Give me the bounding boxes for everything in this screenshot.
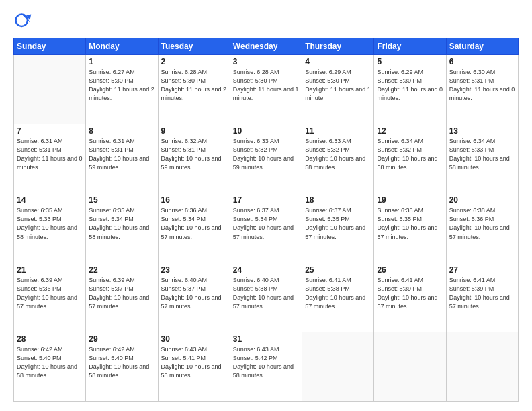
- calendar-cell: [446, 332, 518, 401]
- day-info: Sunrise: 6:37 AMSunset: 5:35 PMDaylight:…: [305, 206, 371, 241]
- calendar-cell: 9Sunrise: 6:32 AMSunset: 5:31 PMDaylight…: [158, 124, 230, 193]
- day-info: Sunrise: 6:41 AMSunset: 5:39 PMDaylight:…: [377, 276, 443, 311]
- day-info: Sunrise: 6:28 AMSunset: 5:30 PMDaylight:…: [233, 68, 299, 103]
- weekday-header: Friday: [374, 38, 446, 55]
- day-info: Sunrise: 6:42 AMSunset: 5:40 PMDaylight:…: [17, 345, 83, 380]
- weekday-header: Wednesday: [230, 38, 302, 55]
- day-info: Sunrise: 6:39 AMSunset: 5:37 PMDaylight:…: [89, 276, 154, 311]
- day-info: Sunrise: 6:36 AMSunset: 5:34 PMDaylight:…: [161, 206, 227, 241]
- logo-icon: [13, 12, 32, 31]
- calendar-cell: [302, 332, 374, 401]
- day-number: 27: [449, 265, 515, 275]
- calendar-cell: 7Sunrise: 6:31 AMSunset: 5:31 PMDaylight…: [14, 124, 86, 193]
- calendar-cell: [374, 332, 446, 401]
- day-number: 23: [161, 265, 227, 275]
- calendar-cell: 17Sunrise: 6:37 AMSunset: 5:34 PMDayligh…: [230, 193, 302, 263]
- day-info: Sunrise: 6:33 AMSunset: 5:32 PMDaylight:…: [305, 137, 371, 172]
- day-info: Sunrise: 6:27 AMSunset: 5:30 PMDaylight:…: [89, 68, 154, 103]
- calendar-cell: 16Sunrise: 6:36 AMSunset: 5:34 PMDayligh…: [158, 193, 230, 263]
- day-number: 26: [377, 265, 443, 275]
- calendar-cell: 11Sunrise: 6:33 AMSunset: 5:32 PMDayligh…: [302, 124, 374, 193]
- calendar-header-row: SundayMondayTuesdayWednesdayThursdayFrid…: [14, 38, 519, 55]
- calendar-row: 7Sunrise: 6:31 AMSunset: 5:31 PMDaylight…: [14, 124, 519, 193]
- calendar-cell: 23Sunrise: 6:40 AMSunset: 5:37 PMDayligh…: [158, 263, 230, 332]
- calendar-cell: 24Sunrise: 6:40 AMSunset: 5:38 PMDayligh…: [230, 263, 302, 332]
- calendar-row: 1Sunrise: 6:27 AMSunset: 5:30 PMDaylight…: [14, 55, 519, 124]
- logo: [13, 12, 36, 31]
- day-info: Sunrise: 6:29 AMSunset: 5:30 PMDaylight:…: [305, 68, 371, 103]
- day-number: 11: [305, 126, 371, 136]
- day-number: 30: [161, 334, 227, 344]
- calendar-cell: 3Sunrise: 6:28 AMSunset: 5:30 PMDaylight…: [230, 55, 302, 124]
- calendar-cell: 15Sunrise: 6:35 AMSunset: 5:34 PMDayligh…: [86, 193, 158, 263]
- calendar-row: 14Sunrise: 6:35 AMSunset: 5:33 PMDayligh…: [14, 193, 519, 263]
- calendar-cell: 5Sunrise: 6:29 AMSunset: 5:30 PMDaylight…: [374, 55, 446, 124]
- day-number: 8: [89, 126, 154, 136]
- day-info: Sunrise: 6:32 AMSunset: 5:31 PMDaylight:…: [161, 137, 227, 172]
- calendar-cell: 22Sunrise: 6:39 AMSunset: 5:37 PMDayligh…: [86, 263, 158, 332]
- calendar-cell: 25Sunrise: 6:41 AMSunset: 5:38 PMDayligh…: [302, 263, 374, 332]
- day-number: 13: [449, 126, 515, 136]
- weekday-header: Sunday: [14, 38, 86, 55]
- calendar-cell: 20Sunrise: 6:38 AMSunset: 5:36 PMDayligh…: [446, 193, 518, 263]
- header: [13, 12, 519, 31]
- day-number: 7: [17, 126, 83, 136]
- day-info: Sunrise: 6:33 AMSunset: 5:32 PMDaylight:…: [233, 137, 299, 172]
- calendar-cell: 29Sunrise: 6:42 AMSunset: 5:40 PMDayligh…: [86, 332, 158, 401]
- day-number: 10: [233, 126, 299, 136]
- weekday-header: Saturday: [446, 38, 518, 55]
- day-number: 6: [449, 57, 515, 66]
- day-number: 1: [89, 57, 154, 66]
- calendar-cell: 12Sunrise: 6:34 AMSunset: 5:32 PMDayligh…: [374, 124, 446, 193]
- day-number: 31: [233, 334, 299, 344]
- calendar-cell: 31Sunrise: 6:43 AMSunset: 5:42 PMDayligh…: [230, 332, 302, 401]
- day-info: Sunrise: 6:41 AMSunset: 5:38 PMDaylight:…: [305, 276, 371, 311]
- weekday-header: Thursday: [302, 38, 374, 55]
- day-number: 29: [89, 334, 154, 344]
- day-info: Sunrise: 6:40 AMSunset: 5:38 PMDaylight:…: [233, 276, 299, 311]
- day-info: Sunrise: 6:43 AMSunset: 5:41 PMDaylight:…: [161, 345, 227, 380]
- weekday-header: Monday: [86, 38, 158, 55]
- day-number: 18: [305, 195, 371, 205]
- day-number: 9: [161, 126, 227, 136]
- calendar-cell: 28Sunrise: 6:42 AMSunset: 5:40 PMDayligh…: [14, 332, 86, 401]
- day-info: Sunrise: 6:31 AMSunset: 5:31 PMDaylight:…: [17, 137, 83, 172]
- day-info: Sunrise: 6:35 AMSunset: 5:34 PMDaylight:…: [89, 206, 154, 241]
- day-number: 19: [377, 195, 443, 205]
- calendar-cell: 26Sunrise: 6:41 AMSunset: 5:39 PMDayligh…: [374, 263, 446, 332]
- day-info: Sunrise: 6:43 AMSunset: 5:42 PMDaylight:…: [233, 345, 299, 380]
- day-info: Sunrise: 6:40 AMSunset: 5:37 PMDaylight:…: [161, 276, 227, 311]
- day-number: 28: [17, 334, 83, 344]
- day-info: Sunrise: 6:41 AMSunset: 5:39 PMDaylight:…: [449, 276, 515, 311]
- calendar-cell: 19Sunrise: 6:38 AMSunset: 5:35 PMDayligh…: [374, 193, 446, 263]
- day-number: 15: [89, 195, 154, 205]
- calendar-table: SundayMondayTuesdayWednesdayThursdayFrid…: [13, 38, 519, 402]
- calendar-cell: 14Sunrise: 6:35 AMSunset: 5:33 PMDayligh…: [14, 193, 86, 263]
- day-number: 16: [161, 195, 227, 205]
- calendar-cell: 21Sunrise: 6:39 AMSunset: 5:36 PMDayligh…: [14, 263, 86, 332]
- day-info: Sunrise: 6:42 AMSunset: 5:40 PMDaylight:…: [89, 345, 154, 380]
- calendar-cell: 18Sunrise: 6:37 AMSunset: 5:35 PMDayligh…: [302, 193, 374, 263]
- day-info: Sunrise: 6:30 AMSunset: 5:31 PMDaylight:…: [449, 68, 515, 103]
- page: SundayMondayTuesdayWednesdayThursdayFrid…: [0, 0, 532, 411]
- day-number: 14: [17, 195, 83, 205]
- day-info: Sunrise: 6:31 AMSunset: 5:31 PMDaylight:…: [89, 137, 154, 172]
- day-info: Sunrise: 6:29 AMSunset: 5:30 PMDaylight:…: [377, 68, 443, 103]
- day-info: Sunrise: 6:39 AMSunset: 5:36 PMDaylight:…: [17, 276, 83, 311]
- day-info: Sunrise: 6:38 AMSunset: 5:35 PMDaylight:…: [377, 206, 443, 241]
- day-number: 12: [377, 126, 443, 136]
- day-info: Sunrise: 6:34 AMSunset: 5:33 PMDaylight:…: [449, 137, 515, 172]
- day-number: 2: [161, 57, 227, 66]
- day-info: Sunrise: 6:28 AMSunset: 5:30 PMDaylight:…: [161, 68, 227, 103]
- day-number: 17: [233, 195, 299, 205]
- day-info: Sunrise: 6:35 AMSunset: 5:33 PMDaylight:…: [17, 206, 83, 241]
- day-number: 21: [17, 265, 83, 275]
- calendar-cell: 6Sunrise: 6:30 AMSunset: 5:31 PMDaylight…: [446, 55, 518, 124]
- day-info: Sunrise: 6:37 AMSunset: 5:34 PMDaylight:…: [233, 206, 299, 241]
- calendar-cell: 13Sunrise: 6:34 AMSunset: 5:33 PMDayligh…: [446, 124, 518, 193]
- calendar-cell: 30Sunrise: 6:43 AMSunset: 5:41 PMDayligh…: [158, 332, 230, 401]
- day-number: 4: [305, 57, 371, 66]
- day-number: 25: [305, 265, 371, 275]
- svg-point-0: [16, 15, 28, 27]
- day-number: 20: [449, 195, 515, 205]
